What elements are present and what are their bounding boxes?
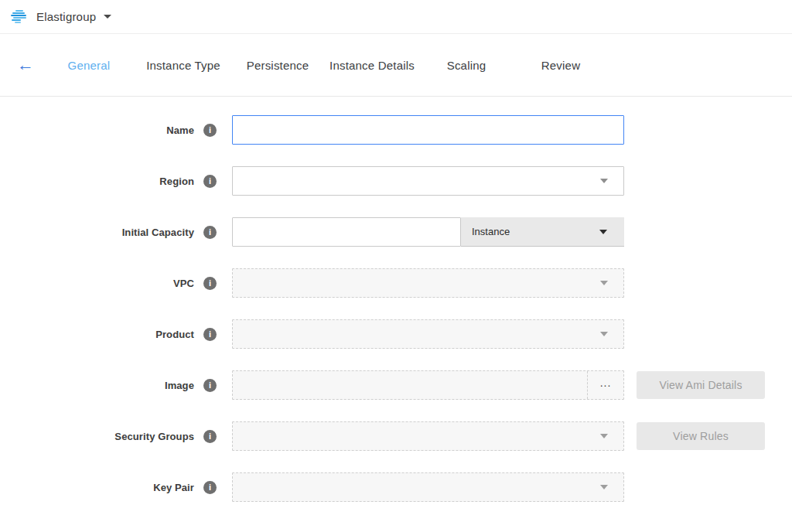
info-icon[interactable]: i [203, 430, 217, 443]
info-icon[interactable]: i [203, 175, 217, 188]
security-groups-label: Security Groups [0, 431, 194, 442]
chevron-down-icon [600, 434, 608, 438]
initial-capacity-input[interactable] [232, 217, 461, 247]
capacity-unit-select[interactable]: Instance [461, 217, 624, 247]
region-select[interactable] [232, 166, 624, 196]
field-row-image: Image i ... View Ami Details [0, 370, 792, 400]
image-label: Image [0, 380, 194, 391]
view-ami-details-button[interactable]: View Ami Details [637, 371, 765, 399]
elastigroup-logo-icon [11, 10, 29, 24]
chevron-down-icon [600, 485, 608, 489]
tab-general[interactable]: General [42, 59, 136, 72]
image-picker[interactable]: ... [232, 370, 624, 400]
wizard-tabs: General Instance Type Persistence Instan… [42, 59, 608, 72]
key-pair-select[interactable] [232, 472, 624, 502]
field-row-product: Product i [0, 319, 792, 349]
view-rules-button[interactable]: View Rules [637, 422, 765, 450]
info-icon[interactable]: i [203, 226, 217, 239]
info-icon[interactable]: i [203, 481, 217, 494]
app-title: Elastigroup [36, 10, 96, 23]
name-input[interactable] [232, 115, 624, 145]
product-switcher[interactable]: Elastigroup [36, 10, 111, 23]
name-label: Name [0, 124, 194, 136]
tab-persistence[interactable]: Persistence [230, 59, 325, 72]
app-bar: Elastigroup [0, 0, 792, 34]
back-button[interactable]: ← [17, 56, 34, 73]
info-icon[interactable]: i [203, 328, 217, 341]
field-row-name: Name i [0, 115, 792, 145]
info-icon[interactable]: i [203, 379, 217, 392]
wizard-tab-bar: ← General Instance Type Persistence Inst… [0, 34, 792, 97]
region-label: Region [0, 176, 194, 187]
tab-instance-details[interactable]: Instance Details [325, 59, 419, 72]
initial-capacity-label: Initial Capacity [0, 227, 194, 238]
field-row-vpc: VPC i [0, 268, 792, 298]
field-row-key-pair: Key Pair i [0, 472, 792, 502]
chevron-down-icon [104, 15, 111, 19]
capacity-unit-value: Instance [472, 226, 510, 237]
tab-review[interactable]: Review [514, 59, 608, 72]
chevron-down-icon [600, 281, 608, 285]
browse-ami-button[interactable]: ... [587, 371, 623, 399]
key-pair-label: Key Pair [0, 482, 194, 493]
vpc-select[interactable] [232, 268, 624, 298]
image-value [233, 371, 587, 399]
product-select[interactable] [232, 319, 624, 349]
vpc-label: VPC [0, 278, 194, 289]
chevron-down-icon [600, 332, 608, 336]
chevron-down-icon [600, 179, 608, 183]
tab-scaling[interactable]: Scaling [419, 59, 514, 72]
info-icon[interactable]: i [203, 124, 217, 137]
info-icon[interactable]: i [203, 277, 217, 290]
product-label: Product [0, 329, 194, 340]
field-row-initial-capacity: Initial Capacity i Instance [0, 217, 792, 247]
field-row-region: Region i [0, 166, 792, 196]
security-groups-select[interactable] [232, 421, 624, 451]
general-settings-form: Name i Region i Initial Capacity i Insta… [0, 97, 792, 502]
chevron-down-icon [599, 230, 607, 234]
field-row-security-groups: Security Groups i View Rules [0, 421, 792, 451]
tab-instance-type[interactable]: Instance Type [136, 59, 230, 72]
